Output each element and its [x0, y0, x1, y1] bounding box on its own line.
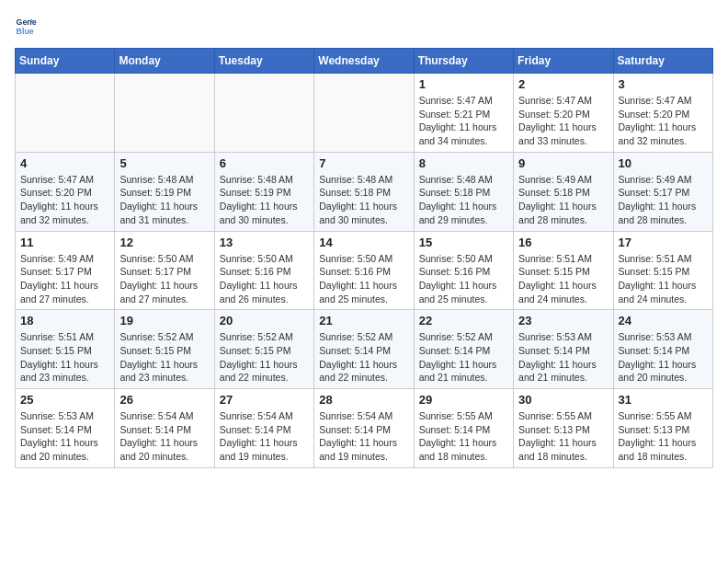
page-header: General Blue	[15, 15, 713, 37]
calendar-day-cell	[314, 74, 414, 153]
day-number: 2	[518, 77, 608, 91]
calendar-table: SundayMondayTuesdayWednesdayThursdayFrid…	[15, 48, 713, 468]
calendar-day-cell: 26Sunrise: 5:54 AM Sunset: 5:14 PM Dayli…	[115, 389, 214, 468]
calendar-day-cell: 2Sunrise: 5:47 AM Sunset: 5:20 PM Daylig…	[514, 74, 613, 153]
day-info: Sunrise: 5:48 AM Sunset: 5:19 PM Dayligh…	[220, 173, 309, 227]
calendar-day-cell: 17Sunrise: 5:51 AM Sunset: 5:15 PM Dayli…	[613, 231, 712, 310]
day-info: Sunrise: 5:48 AM Sunset: 5:18 PM Dayligh…	[419, 173, 508, 227]
day-number: 13	[220, 236, 309, 249]
svg-text:Blue: Blue	[17, 27, 34, 36]
calendar-day-cell: 6Sunrise: 5:48 AM Sunset: 5:19 PM Daylig…	[214, 152, 313, 231]
calendar-day-cell	[115, 74, 214, 153]
calendar-day-cell	[16, 74, 115, 153]
calendar-day-cell: 13Sunrise: 5:50 AM Sunset: 5:16 PM Dayli…	[214, 231, 313, 310]
calendar-day-cell: 4Sunrise: 5:47 AM Sunset: 5:20 PM Daylig…	[16, 152, 115, 231]
day-info: Sunrise: 5:53 AM Sunset: 5:14 PM Dayligh…	[518, 330, 608, 385]
calendar-day-cell: 21Sunrise: 5:52 AM Sunset: 5:14 PM Dayli…	[314, 310, 414, 389]
day-number: 18	[20, 314, 109, 327]
day-number: 25	[20, 393, 109, 407]
day-info: Sunrise: 5:49 AM Sunset: 5:18 PM Dayligh…	[518, 173, 608, 227]
day-number: 15	[419, 236, 508, 249]
calendar-day-cell: 27Sunrise: 5:54 AM Sunset: 5:14 PM Dayli…	[214, 389, 313, 468]
day-info: Sunrise: 5:55 AM Sunset: 5:13 PM Dayligh…	[518, 409, 608, 464]
day-info: Sunrise: 5:48 AM Sunset: 5:19 PM Dayligh…	[119, 173, 209, 227]
day-info: Sunrise: 5:50 AM Sunset: 5:16 PM Dayligh…	[319, 252, 408, 306]
day-info: Sunrise: 5:55 AM Sunset: 5:13 PM Dayligh…	[619, 409, 708, 464]
day-number: 14	[319, 236, 408, 249]
day-number: 3	[619, 77, 708, 91]
day-number: 8	[419, 156, 508, 170]
day-info: Sunrise: 5:47 AM Sunset: 5:20 PM Dayligh…	[619, 94, 708, 148]
day-number: 19	[119, 314, 209, 327]
day-info: Sunrise: 5:51 AM Sunset: 5:15 PM Dayligh…	[518, 252, 608, 306]
calendar-day-cell: 3Sunrise: 5:47 AM Sunset: 5:20 PM Daylig…	[613, 74, 712, 153]
calendar-week-row: 1Sunrise: 5:47 AM Sunset: 5:21 PM Daylig…	[16, 74, 713, 153]
day-number: 22	[419, 314, 508, 327]
calendar-day-cell: 8Sunrise: 5:48 AM Sunset: 5:18 PM Daylig…	[414, 152, 513, 231]
calendar-day-cell: 9Sunrise: 5:49 AM Sunset: 5:18 PM Daylig…	[514, 152, 613, 231]
day-info: Sunrise: 5:52 AM Sunset: 5:15 PM Dayligh…	[119, 330, 209, 385]
day-number: 10	[619, 156, 708, 170]
weekday-header: Tuesday	[214, 49, 313, 74]
calendar-day-cell: 19Sunrise: 5:52 AM Sunset: 5:15 PM Dayli…	[115, 310, 214, 389]
weekday-header: Thursday	[414, 49, 513, 74]
calendar-day-cell: 1Sunrise: 5:47 AM Sunset: 5:21 PM Daylig…	[414, 74, 513, 153]
day-number: 20	[220, 314, 309, 327]
calendar-week-row: 4Sunrise: 5:47 AM Sunset: 5:20 PM Daylig…	[16, 152, 713, 231]
day-number: 17	[619, 236, 708, 249]
calendar-day-cell: 12Sunrise: 5:50 AM Sunset: 5:17 PM Dayli…	[115, 231, 214, 310]
day-number: 5	[119, 156, 209, 170]
calendar-day-cell	[214, 74, 313, 153]
calendar-week-row: 11Sunrise: 5:49 AM Sunset: 5:17 PM Dayli…	[16, 231, 713, 310]
day-info: Sunrise: 5:55 AM Sunset: 5:14 PM Dayligh…	[419, 409, 508, 464]
day-number: 1	[419, 77, 508, 91]
day-number: 31	[619, 393, 708, 407]
day-info: Sunrise: 5:49 AM Sunset: 5:17 PM Dayligh…	[20, 252, 109, 306]
calendar-day-cell: 29Sunrise: 5:55 AM Sunset: 5:14 PM Dayli…	[414, 389, 513, 468]
calendar-day-cell: 10Sunrise: 5:49 AM Sunset: 5:17 PM Dayli…	[613, 152, 712, 231]
day-info: Sunrise: 5:54 AM Sunset: 5:14 PM Dayligh…	[119, 409, 209, 464]
day-number: 12	[119, 236, 209, 249]
calendar-day-cell: 16Sunrise: 5:51 AM Sunset: 5:15 PM Dayli…	[514, 231, 613, 310]
day-info: Sunrise: 5:52 AM Sunset: 5:15 PM Dayligh…	[220, 330, 309, 385]
day-info: Sunrise: 5:50 AM Sunset: 5:17 PM Dayligh…	[119, 252, 209, 306]
day-info: Sunrise: 5:48 AM Sunset: 5:18 PM Dayligh…	[319, 173, 408, 227]
day-number: 11	[20, 236, 109, 249]
day-number: 23	[518, 314, 608, 327]
day-info: Sunrise: 5:47 AM Sunset: 5:20 PM Dayligh…	[518, 94, 608, 148]
calendar-header-row: SundayMondayTuesdayWednesdayThursdayFrid…	[16, 49, 713, 74]
day-info: Sunrise: 5:53 AM Sunset: 5:14 PM Dayligh…	[619, 330, 708, 385]
calendar-day-cell: 14Sunrise: 5:50 AM Sunset: 5:16 PM Dayli…	[314, 231, 414, 310]
calendar-day-cell: 15Sunrise: 5:50 AM Sunset: 5:16 PM Dayli…	[414, 231, 513, 310]
day-info: Sunrise: 5:54 AM Sunset: 5:14 PM Dayligh…	[319, 409, 408, 464]
day-number: 21	[319, 314, 408, 327]
day-info: Sunrise: 5:47 AM Sunset: 5:21 PM Dayligh…	[419, 94, 508, 148]
calendar-day-cell: 18Sunrise: 5:51 AM Sunset: 5:15 PM Dayli…	[16, 310, 115, 389]
day-info: Sunrise: 5:50 AM Sunset: 5:16 PM Dayligh…	[220, 252, 309, 306]
day-number: 24	[619, 314, 708, 327]
day-info: Sunrise: 5:52 AM Sunset: 5:14 PM Dayligh…	[319, 330, 408, 385]
day-number: 27	[220, 393, 309, 407]
calendar-day-cell: 7Sunrise: 5:48 AM Sunset: 5:18 PM Daylig…	[314, 152, 414, 231]
weekday-header: Wednesday	[314, 49, 414, 74]
day-number: 4	[20, 156, 109, 170]
day-number: 28	[319, 393, 408, 407]
calendar-week-row: 25Sunrise: 5:53 AM Sunset: 5:14 PM Dayli…	[16, 389, 713, 468]
day-number: 16	[518, 236, 608, 249]
calendar-day-cell: 24Sunrise: 5:53 AM Sunset: 5:14 PM Dayli…	[613, 310, 712, 389]
day-info: Sunrise: 5:47 AM Sunset: 5:20 PM Dayligh…	[20, 173, 109, 227]
day-number: 29	[419, 393, 508, 407]
day-info: Sunrise: 5:54 AM Sunset: 5:14 PM Dayligh…	[220, 409, 309, 464]
day-number: 26	[119, 393, 209, 407]
day-info: Sunrise: 5:51 AM Sunset: 5:15 PM Dayligh…	[20, 330, 109, 385]
calendar-day-cell: 28Sunrise: 5:54 AM Sunset: 5:14 PM Dayli…	[314, 389, 414, 468]
day-info: Sunrise: 5:52 AM Sunset: 5:14 PM Dayligh…	[419, 330, 508, 385]
calendar-day-cell: 22Sunrise: 5:52 AM Sunset: 5:14 PM Dayli…	[414, 310, 513, 389]
weekday-header: Sunday	[16, 49, 115, 74]
calendar-day-cell: 25Sunrise: 5:53 AM Sunset: 5:14 PM Dayli…	[16, 389, 115, 468]
day-number: 30	[518, 393, 608, 407]
day-info: Sunrise: 5:53 AM Sunset: 5:14 PM Dayligh…	[20, 409, 109, 464]
weekday-header: Friday	[514, 49, 613, 74]
logo: General Blue	[15, 15, 40, 37]
day-number: 7	[319, 156, 408, 170]
